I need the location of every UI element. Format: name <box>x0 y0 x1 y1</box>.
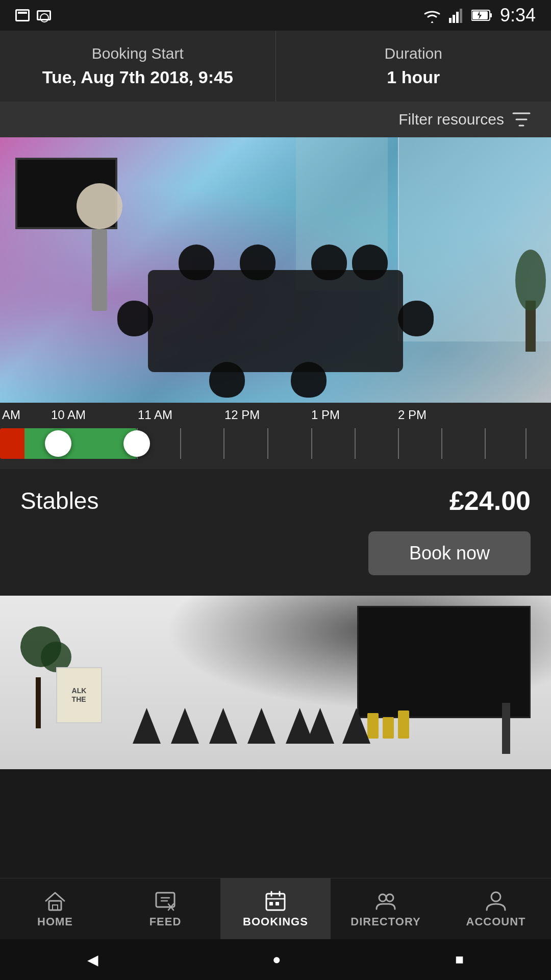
nav-label-home: HOME <box>37 915 73 928</box>
timeline-tick-1230 <box>267 428 268 459</box>
nav-item-directory[interactable]: DIRECTORY <box>331 878 441 939</box>
timeline-unavailable-block <box>0 428 24 459</box>
room1-image <box>0 137 551 403</box>
directory-icon <box>374 890 397 912</box>
camera-icon <box>37 10 51 20</box>
filter-bar[interactable]: Filter resources <box>0 102 551 137</box>
timeline[interactable]: AM 10 AM 11 AM 12 PM 1 PM 2 PM <box>0 403 551 469</box>
lamp-head <box>77 183 122 229</box>
timeline-label-am: AM <box>2 408 20 422</box>
wifi-icon <box>422 8 442 23</box>
svg-rect-11 <box>269 902 273 905</box>
room1-price: £24.00 <box>449 485 531 516</box>
filter-icon[interactable] <box>512 110 531 129</box>
bottom-nav: HOME FEED BOOKINGS DIRECTORY <box>0 878 551 939</box>
bookings-icon <box>264 890 287 912</box>
android-home-button[interactable]: ● <box>272 951 281 968</box>
timeline-tick-11am <box>137 428 138 459</box>
android-back-button[interactable]: ◀ <box>87 951 98 968</box>
room2-image: ALKTHE <box>0 596 551 769</box>
meeting-table <box>148 270 403 372</box>
chair <box>117 301 153 336</box>
timeline-label-11am: 11 AM <box>138 408 172 422</box>
booking-start-label: Booking Start <box>92 45 184 62</box>
booking-start-section[interactable]: Booking Start Tue, Aug 7th 2018, 9:45 <box>0 31 276 102</box>
android-recent-button[interactable]: ■ <box>455 951 464 968</box>
nav-item-bookings[interactable]: BOOKINGS <box>220 878 331 939</box>
nav-item-home[interactable]: HOME <box>0 878 110 939</box>
svg-rect-3 <box>460 9 462 23</box>
timeline-tick-330 <box>525 428 527 459</box>
timeline-label-2pm: 2 PM <box>398 408 427 422</box>
nav-label-account: ACCOUNT <box>466 915 526 928</box>
timeline-selected-block <box>24 428 137 459</box>
chair <box>240 244 276 280</box>
timeline-label-10am: 10 AM <box>51 408 86 422</box>
sign-decoration: ALKTHE <box>56 667 102 723</box>
plant-decoration <box>515 250 546 352</box>
book-now-row: Book now <box>0 526 551 596</box>
svg-point-14 <box>386 894 393 901</box>
status-bar: 9:34 <box>0 0 551 31</box>
lamp-stand <box>92 229 107 311</box>
room2-tv <box>357 606 531 718</box>
sd-card-icon <box>15 9 30 21</box>
tv-stand <box>502 703 510 754</box>
nav-label-bookings: BOOKINGS <box>243 915 308 928</box>
gold-cups <box>367 710 409 739</box>
nav-label-feed: FEED <box>149 915 182 928</box>
chair <box>179 244 214 280</box>
booking-header: Booking Start Tue, Aug 7th 2018, 9:45 Du… <box>0 31 551 102</box>
android-nav: ◀ ● ■ <box>0 939 551 980</box>
room2-chairs-right <box>306 708 370 744</box>
svg-rect-9 <box>156 893 174 907</box>
svg-rect-5 <box>490 13 492 17</box>
timeline-label-12pm: 12 PM <box>224 408 260 422</box>
nav-item-feed[interactable]: FEED <box>110 878 220 939</box>
room1-name: Stables <box>20 487 98 514</box>
room2-chairs <box>133 708 314 744</box>
status-bar-left <box>15 9 51 21</box>
timeline-tick-230 <box>441 428 442 459</box>
timeline-bar[interactable] <box>0 428 551 459</box>
status-bar-right: 9:34 <box>422 5 536 26</box>
svg-rect-12 <box>276 902 279 905</box>
svg-rect-10 <box>266 894 285 910</box>
home-icon <box>44 890 66 912</box>
chair <box>209 362 245 398</box>
nav-label-directory: DIRECTORY <box>350 915 420 928</box>
timeline-tick-3pm <box>485 428 486 459</box>
filter-resources-label: Filter resources <box>398 111 504 128</box>
timeline-tick-1pm <box>311 428 312 459</box>
chair <box>311 244 347 280</box>
duration-value: 1 hour <box>387 67 440 87</box>
svg-point-13 <box>379 894 386 901</box>
status-time: 9:34 <box>500 5 536 26</box>
account-icon <box>485 890 507 912</box>
timeline-tick-2pm <box>398 428 399 459</box>
book-now-button[interactable]: Book now <box>368 531 531 575</box>
battery-icon <box>471 9 493 22</box>
timeline-tick-12pm <box>223 428 224 459</box>
signal-icon <box>449 8 464 23</box>
timeline-label-1pm: 1 PM <box>311 408 340 422</box>
duration-label: Duration <box>385 45 442 62</box>
svg-rect-0 <box>449 18 452 23</box>
duration-section[interactable]: Duration 1 hour <box>276 31 552 102</box>
nav-item-account[interactable]: ACCOUNT <box>441 878 551 939</box>
svg-rect-2 <box>456 12 459 23</box>
timeline-tick-130 <box>355 428 356 459</box>
room1-info-row: Stables £24.00 <box>0 469 551 526</box>
booking-start-value: Tue, Aug 7th 2018, 9:45 <box>42 67 233 87</box>
svg-point-15 <box>491 892 500 901</box>
svg-rect-1 <box>453 15 455 23</box>
chair <box>291 362 327 398</box>
timeline-handle-start[interactable] <box>45 430 71 457</box>
feed-icon <box>154 890 177 912</box>
chair <box>352 244 388 280</box>
timeline-tick-1130 <box>180 428 181 459</box>
chair <box>398 301 434 336</box>
